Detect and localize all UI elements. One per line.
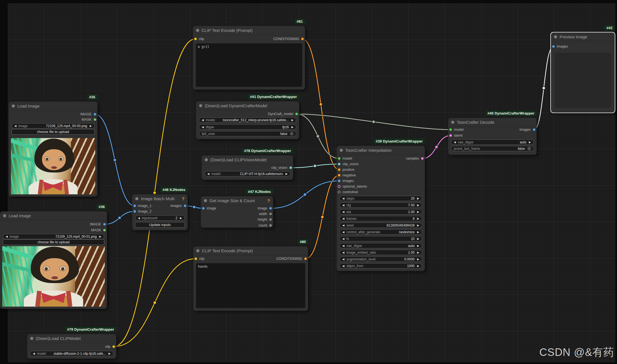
collapse-dot-icon[interactable] xyxy=(340,149,343,152)
port-input-dot-clip[interactable] xyxy=(194,38,197,40)
decrement-arrow-icon[interactable]: ◀ xyxy=(342,237,344,240)
combo-widget-dtype[interactable]: ◀dtypefp16▶ xyxy=(199,124,296,130)
increment-arrow-icon[interactable]: ▶ xyxy=(285,172,288,175)
node-80[interactable]: CLIP Text Encode (Prompt)clipCONDITIONIN… xyxy=(193,246,308,311)
combo-widget-inputcount[interactable]: ◀inputcount2▶ xyxy=(135,215,185,221)
combo-widget-model[interactable]: ◀modelCLIP-ViT-H-fp16.safetensors▶ xyxy=(204,171,290,176)
help-icon[interactable]: ? xyxy=(182,196,185,201)
decrement-arrow-icon[interactable]: ◀ xyxy=(6,235,8,238)
port-output-dot-height[interactable] xyxy=(269,218,272,221)
decrement-arrow-icon[interactable]: ◀ xyxy=(342,244,344,247)
port-input-dot-negative[interactable] xyxy=(338,174,341,177)
port-output-dot-CONDITIONING[interactable] xyxy=(301,38,304,40)
button-choose-file-to-upload[interactable]: choose file to upload xyxy=(11,129,95,135)
collapse-dot-icon[interactable] xyxy=(196,249,199,252)
decrement-arrow-icon[interactable]: ◀ xyxy=(342,230,344,234)
collapse-dot-icon[interactable] xyxy=(12,104,15,108)
node-35[interactable]: Load ImageIMAGEMASK◀image72109_125.mp4_0… xyxy=(9,102,97,197)
port-input-dot-clip[interactable] xyxy=(194,257,197,260)
node-81[interactable]: CLIP Text Encode (Prompt)clipCONDITIONIN… xyxy=(193,26,305,90)
port-output-dot-IMAGE[interactable] xyxy=(94,113,96,116)
decrement-arrow-icon[interactable]: ◀ xyxy=(342,217,344,220)
increment-arrow-icon[interactable]: ▶ xyxy=(291,118,294,122)
increment-arrow-icon[interactable]: ▶ xyxy=(417,237,419,240)
combo-widget-control_after_generate[interactable]: ◀control_after_generaterandomize▶ xyxy=(339,229,422,235)
decrement-arrow-icon[interactable]: ◀ xyxy=(342,264,344,267)
decrement-arrow-icon[interactable]: ◀ xyxy=(454,141,456,144)
port-input-dot-optional_latents[interactable] xyxy=(338,185,341,188)
node-42[interactable]: Preview Imageimages xyxy=(551,32,615,113)
decrement-arrow-icon[interactable]: ◀ xyxy=(342,210,344,213)
port-input-dot-image_1[interactable] xyxy=(133,204,136,207)
increment-arrow-icon[interactable]: ▶ xyxy=(417,210,419,213)
combo-widget-frames[interactable]: ◀frames8▶ xyxy=(339,216,422,221)
increment-arrow-icon[interactable]: ▶ xyxy=(417,264,419,267)
decrement-arrow-icon[interactable]: ◀ xyxy=(342,204,344,207)
port-input-dot-images[interactable] xyxy=(552,45,555,48)
collapse-dot-icon[interactable] xyxy=(205,158,208,161)
node-79[interactable]: (Down)Load CLIPModelclip◀modelstable-dif… xyxy=(27,334,116,359)
decrement-arrow-icon[interactable]: ◀ xyxy=(342,197,344,200)
toggle-widget-prune_last_frame[interactable]: prune_last_framefalse xyxy=(451,146,534,151)
collapse-dot-icon[interactable] xyxy=(204,199,207,202)
collapse-dot-icon[interactable] xyxy=(199,104,202,107)
increment-arrow-icon[interactable]: ▶ xyxy=(90,124,92,127)
increment-arrow-icon[interactable]: ▶ xyxy=(417,258,419,261)
node-41[interactable]: (Down)Load DynamiCrafterModelDynCraft_mo… xyxy=(196,101,299,139)
combo-widget-eta[interactable]: ◀eta1.00▶ xyxy=(339,209,422,214)
decrement-arrow-icon[interactable]: ◀ xyxy=(202,118,204,122)
port-input-dot-positive[interactable] xyxy=(338,168,341,171)
combo-widget-cfg[interactable]: ◀cfg7.00▶ xyxy=(339,202,422,208)
decrement-arrow-icon[interactable]: ◀ xyxy=(33,352,35,355)
port-output-dot-MASK[interactable] xyxy=(103,229,106,232)
port-output-dot-clip[interactable] xyxy=(112,345,115,348)
port-input-dot-image[interactable] xyxy=(202,207,205,210)
decrement-arrow-icon[interactable]: ◀ xyxy=(138,216,140,220)
prompt-textarea[interactable]: hands xyxy=(196,263,305,308)
combo-widget-seed[interactable]: ◀seed812809345489428▶ xyxy=(339,223,422,228)
button-choose-file-to-upload[interactable]: choose file to upload xyxy=(3,239,104,245)
increment-arrow-icon[interactable]: ▶ xyxy=(529,141,531,144)
port-output-dot-count[interactable] xyxy=(269,224,272,227)
increment-arrow-icon[interactable]: ▶ xyxy=(291,125,294,129)
combo-widget-vae_dtype[interactable]: ◀vae_dtypeauto▶ xyxy=(339,243,422,248)
decrement-arrow-icon[interactable]: ◀ xyxy=(342,258,344,261)
port-output-dot-images[interactable] xyxy=(533,128,535,131)
port-output-dot-samples[interactable] xyxy=(421,157,424,160)
node-40[interactable]: ToonCrafter Decodemodellatentimages◀vae_… xyxy=(448,118,537,155)
port-input-dot-image_2[interactable] xyxy=(133,210,136,213)
port-input-dot-clip_vision[interactable] xyxy=(338,163,341,165)
increment-arrow-icon[interactable]: ▶ xyxy=(108,352,111,355)
increment-arrow-icon[interactable]: ▶ xyxy=(417,224,419,227)
port-output-dot-DynCraft_model[interactable] xyxy=(295,113,298,115)
collapse-dot-icon[interactable] xyxy=(196,29,199,32)
node-46[interactable]: Image Batch Multi?image_1image_2images◀i… xyxy=(132,194,188,230)
node-36[interactable]: Load ImageIMAGEMASK◀image72109_125.mp4_0… xyxy=(0,211,107,309)
port-output-dot-CONDITIONING[interactable] xyxy=(304,257,307,260)
port-output-dot-images[interactable] xyxy=(184,204,187,207)
decrement-arrow-icon[interactable]: ◀ xyxy=(342,224,344,227)
decrement-arrow-icon[interactable]: ◀ xyxy=(14,124,17,127)
toggle-widget-fp8_unet[interactable]: fp8_unetfalse xyxy=(199,131,296,136)
decrement-arrow-icon[interactable]: ◀ xyxy=(342,251,344,254)
combo-widget-image[interactable]: ◀image72109_125.mp4_00-00.png▶ xyxy=(11,123,95,129)
increment-arrow-icon[interactable]: ▶ xyxy=(99,235,101,238)
decrement-arrow-icon[interactable]: ◀ xyxy=(207,172,209,175)
collapse-dot-icon[interactable] xyxy=(451,121,454,124)
combo-widget-image_embed_ratio[interactable]: ◀image_embed_ratio1.00▶ xyxy=(339,250,422,255)
node-39[interactable]: ToonCrafter Interpolationmodelclip_visio… xyxy=(337,146,425,271)
port-input-dot-latent[interactable] xyxy=(449,134,452,137)
combo-widget-fs[interactable]: ◀fs10▶ xyxy=(339,236,422,241)
combo-widget-augmentation_level[interactable]: ◀augmentation_level0.0000▶ xyxy=(339,256,422,262)
increment-arrow-icon[interactable]: ▶ xyxy=(180,216,182,220)
collapse-dot-icon[interactable] xyxy=(30,337,33,340)
help-icon[interactable]: ? xyxy=(267,198,270,203)
prompt-textarea[interactable]: a gril xyxy=(196,43,302,87)
port-input-dot-model[interactable] xyxy=(449,128,452,131)
port-input-dot-images[interactable] xyxy=(338,179,341,182)
port-output-dot-clip_vision[interactable] xyxy=(289,166,292,169)
combo-widget-image[interactable]: ◀image72109_125.mp4_00-01.png▶ xyxy=(3,234,104,239)
collapse-dot-icon[interactable] xyxy=(135,197,138,200)
increment-arrow-icon[interactable]: ▶ xyxy=(417,217,419,220)
combo-widget-model[interactable]: ◀modelstable-diffusion-2-1-clip-fp16.saf… xyxy=(30,351,113,356)
